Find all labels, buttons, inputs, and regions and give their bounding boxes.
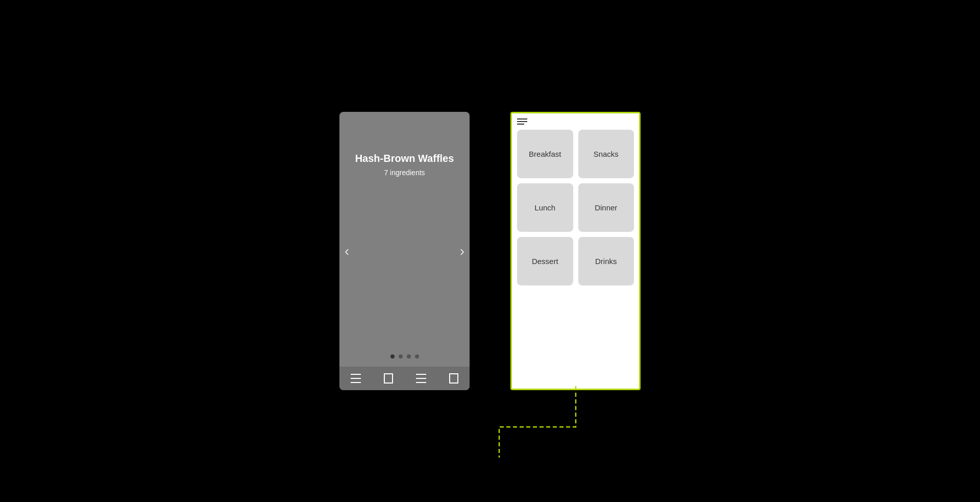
menu-line-bottom <box>517 124 524 125</box>
menu-bar <box>416 382 426 383</box>
category-lunch[interactable]: Lunch <box>517 183 573 232</box>
menu-bar <box>351 378 361 379</box>
nav-icon-square-1[interactable] <box>384 373 393 384</box>
dot-3 <box>407 354 411 358</box>
category-dinner[interactable]: Dinner <box>578 183 634 232</box>
menu-line-top <box>517 118 527 119</box>
category-breakfast[interactable]: Breakfast <box>517 130 573 178</box>
menu-line-middle <box>517 121 527 122</box>
dot-1 <box>390 354 395 358</box>
nav-icon-square-2[interactable] <box>449 373 458 384</box>
menu-bar <box>416 378 426 379</box>
nav-icon-menu-1[interactable] <box>351 373 361 384</box>
category-dessert[interactable]: Dessert <box>517 237 573 285</box>
carousel-dots <box>390 354 419 358</box>
categories-grid: Breakfast Snacks Lunch Dinner Dessert Dr… <box>517 130 634 285</box>
category-snacks[interactable]: Snacks <box>578 130 634 178</box>
menu-bar <box>351 382 361 383</box>
screens-wrapper: Hash-Brown Waffles 7 ingredients ‹ › <box>339 112 641 390</box>
next-arrow[interactable]: › <box>460 243 464 259</box>
category-drinks[interactable]: Drinks <box>578 237 634 285</box>
square-icon <box>384 373 393 384</box>
recipe-ingredients: 7 ingredients <box>384 169 425 177</box>
bottom-nav-bar <box>339 367 470 390</box>
prev-arrow[interactable]: ‹ <box>345 243 349 259</box>
phone-content: Hash-Brown Waffles 7 ingredients <box>345 127 464 354</box>
square-icon <box>449 373 458 384</box>
dot-2 <box>399 354 403 358</box>
nav-icon-menu-2[interactable] <box>416 373 426 384</box>
dot-4 <box>415 354 419 358</box>
hamburger-menu-icon[interactable] <box>517 118 634 125</box>
connector-arrow <box>474 386 678 458</box>
left-phone-screen: Hash-Brown Waffles 7 ingredients ‹ › <box>339 112 470 390</box>
menu-bar <box>416 374 426 375</box>
recipe-title: Hash-Brown Waffles <box>345 153 464 164</box>
right-app-screen: Breakfast Snacks Lunch Dinner Dessert Dr… <box>510 112 641 390</box>
menu-bar <box>351 374 361 375</box>
